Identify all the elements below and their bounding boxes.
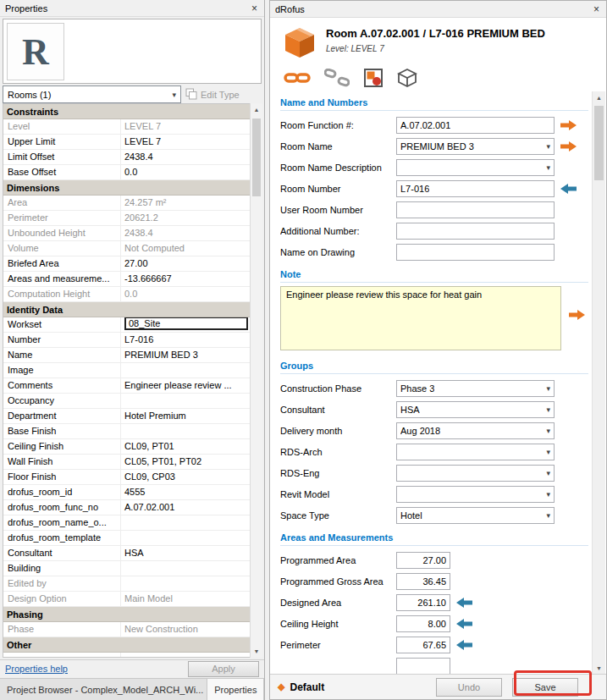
prop-value[interactable] bbox=[121, 515, 250, 530]
name-on-drawing-input[interactable] bbox=[396, 244, 555, 261]
room-name-value[interactable]: PREMIUM BED 3 bbox=[121, 348, 250, 362]
prop-label: Comments bbox=[3, 378, 121, 393]
clipped-input[interactable] bbox=[396, 658, 450, 675]
properties-help-link[interactable]: Properties help bbox=[5, 664, 68, 674]
comments-value[interactable]: Engineer please review ... bbox=[121, 378, 250, 393]
property-row: DepartmentHotel Premium bbox=[3, 409, 250, 424]
push-arrow-icon[interactable] bbox=[569, 310, 585, 320]
drofus-panel: dRofus × Room A.07.02.001 / L7-016 PREMI… bbox=[269, 0, 607, 700]
section-header-phasing[interactable]: Phasing bbox=[3, 607, 250, 622]
prop-value: 2438.4 bbox=[121, 226, 250, 240]
scrollbar-thumb[interactable] bbox=[252, 119, 261, 196]
prop-value: 20621.2 bbox=[121, 211, 250, 225]
additional-number-input[interactable] bbox=[396, 223, 555, 240]
prop-value[interactable]: 0.0 bbox=[121, 165, 250, 179]
prop-label bbox=[3, 653, 121, 658]
programmed-area-input[interactable]: 27.00 bbox=[396, 552, 450, 569]
user-room-number-input[interactable] bbox=[396, 201, 555, 218]
workset-input[interactable]: 08_Site bbox=[124, 317, 248, 330]
property-row: Workset08_Site bbox=[3, 317, 250, 333]
undo-button[interactable]: Undo bbox=[436, 678, 502, 697]
room-function-input[interactable]: A.07.02.001 bbox=[396, 117, 555, 134]
prop-value[interactable]: Hotel Premium bbox=[121, 409, 250, 423]
construction-phase-select[interactable]: Phase 3▾ bbox=[396, 380, 555, 397]
prop-value[interactable]: 4555 bbox=[121, 485, 250, 499]
field-label: Revit Model bbox=[280, 489, 396, 499]
open-in-drofus-icon[interactable] bbox=[363, 68, 384, 88]
prop-value[interactable]: LEVEL 7 bbox=[121, 135, 250, 149]
consultant-select[interactable]: HSA▾ bbox=[396, 401, 555, 418]
section-header-constraints[interactable]: Constraints bbox=[3, 104, 250, 119]
close-icon[interactable]: × bbox=[250, 3, 259, 14]
scroll-up-icon[interactable]: ▲ bbox=[251, 103, 262, 116]
room-name-description-select[interactable]: ▾ bbox=[396, 159, 555, 176]
prop-value[interactable] bbox=[121, 561, 250, 576]
push-arrow-icon[interactable] bbox=[560, 141, 577, 152]
form-row: User Room Number bbox=[270, 199, 593, 220]
prop-value[interactable]: -13.666667 bbox=[121, 272, 250, 286]
form-row: Space Type Hotel▾ bbox=[270, 504, 593, 526]
prop-value[interactable] bbox=[121, 363, 250, 378]
drofus-scrollbar[interactable]: ▲ ▼ bbox=[592, 91, 605, 675]
prop-value[interactable]: CL09, CP03 bbox=[121, 470, 250, 484]
type-selector-dropdown[interactable]: Rooms (1) ▾ bbox=[3, 85, 181, 103]
property-row: Limit Offset2438.4 bbox=[3, 150, 250, 165]
properties-scrollbar[interactable]: ▲ ▼ bbox=[250, 103, 262, 658]
property-row: drofus_room_func_noA.07.02.001 bbox=[3, 500, 250, 515]
room-name-select[interactable]: PREMIUM BED 3▾ bbox=[396, 138, 555, 155]
properties-panel-title: Properties bbox=[5, 3, 47, 14]
edit-type-button[interactable]: Edit Type bbox=[184, 85, 262, 103]
room-number-input[interactable]: L7-016 bbox=[396, 180, 555, 197]
designed-area-input[interactable]: 261.10 bbox=[396, 594, 450, 611]
prop-value[interactable]: A.07.02.001 bbox=[121, 500, 250, 515]
scroll-down-icon[interactable]: ▼ bbox=[251, 645, 262, 658]
save-button[interactable]: Save bbox=[512, 678, 578, 697]
form-row: Ceiling Height 8.00 bbox=[270, 613, 593, 634]
field-label: Name on Drawing bbox=[280, 247, 396, 257]
unlink-icon[interactable] bbox=[324, 69, 350, 87]
pull-arrow-icon[interactable] bbox=[560, 184, 577, 194]
perimeter-input[interactable]: 67.65 bbox=[396, 637, 450, 653]
prop-value[interactable]: CL05, PT01, PT02 bbox=[121, 455, 250, 469]
space-type-select[interactable]: Hotel▾ bbox=[396, 507, 555, 524]
tab-properties[interactable]: Properties bbox=[207, 679, 264, 700]
close-icon[interactable]: × bbox=[592, 4, 601, 14]
pull-arrow-icon[interactable] bbox=[456, 619, 472, 629]
form-row: Consultant HSA▾ bbox=[270, 399, 593, 420]
section-header-identity[interactable]: Identity Data bbox=[3, 302, 250, 317]
delivery-month-select[interactable]: Aug 2018▾ bbox=[396, 422, 555, 439]
default-indicator: ◆ Default bbox=[278, 681, 324, 693]
prop-value[interactable]: CL09, PT01 bbox=[121, 439, 250, 454]
tab-project-browser[interactable]: Project Browser - Complex_Model_ARCH_Wi.… bbox=[0, 679, 207, 700]
programmed-gross-area-input[interactable]: 36.45 bbox=[396, 573, 450, 590]
pull-arrow-icon[interactable] bbox=[456, 640, 472, 650]
prop-value[interactable] bbox=[121, 531, 250, 545]
prop-value[interactable]: 27.00 bbox=[121, 256, 250, 271]
room-number-value[interactable]: L7-016 bbox=[121, 333, 250, 347]
rds-arch-select[interactable]: ▾ bbox=[396, 444, 555, 460]
prop-value bbox=[121, 576, 250, 591]
ceiling-height-input[interactable]: 8.00 bbox=[396, 615, 450, 632]
pull-arrow-icon[interactable] bbox=[456, 598, 472, 608]
prop-label: Area bbox=[3, 196, 121, 210]
property-row: Design OptionMain Model bbox=[3, 592, 250, 607]
property-row: Perimeter20621.2 bbox=[3, 211, 250, 226]
prop-value[interactable] bbox=[121, 424, 250, 438]
prop-value[interactable]: 2438.4 bbox=[121, 150, 250, 164]
revit-model-select[interactable]: ▾ bbox=[396, 486, 555, 503]
scroll-down-icon[interactable]: ▼ bbox=[593, 662, 605, 675]
section-header-dimensions[interactable]: Dimensions bbox=[3, 180, 250, 196]
push-arrow-icon[interactable] bbox=[560, 120, 577, 130]
scroll-up-icon[interactable]: ▲ bbox=[593, 91, 605, 104]
prop-value[interactable] bbox=[121, 394, 250, 408]
section-header-other[interactable]: Other bbox=[3, 637, 250, 653]
prop-value[interactable]: HSA bbox=[121, 546, 250, 560]
note-textarea[interactable]: Engineer please review this space for he… bbox=[280, 286, 561, 350]
apply-button[interactable]: Apply bbox=[188, 661, 259, 677]
scrollbar-thumb[interactable] bbox=[594, 106, 604, 180]
property-row: Computation Height0.0 bbox=[3, 287, 250, 302]
property-row: drofus_room_template bbox=[3, 531, 250, 546]
link-icon[interactable] bbox=[284, 69, 311, 86]
show-in-model-icon[interactable] bbox=[397, 68, 417, 88]
rds-eng-select[interactable]: ▾ bbox=[396, 465, 555, 482]
